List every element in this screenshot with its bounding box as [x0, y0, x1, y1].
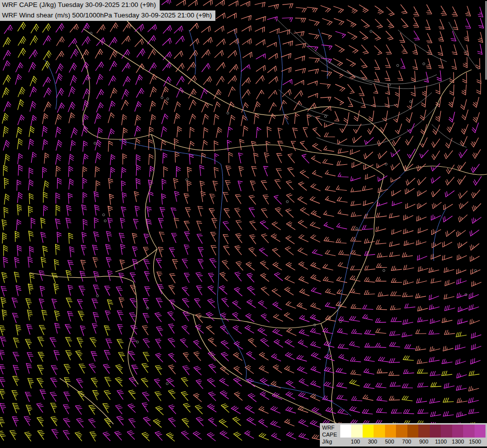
legend-swatch: [452, 425, 464, 438]
map-title-cape: WRF CAPE (J/kg) Tuesday 30-09-2025 21:00…: [0, 0, 160, 10]
legend-tick-label: 700: [398, 439, 415, 445]
weather-map-viewport: WRF CAPE (J/kg) Tuesday 30-09-2025 21:00…: [0, 0, 487, 448]
legend-swatch: [463, 425, 475, 438]
legend-variable-label: CAPE: [322, 432, 337, 438]
legend-swatch: [363, 425, 374, 438]
cape-legend: WRF CAPE J/kg 10030050070090011001300150…: [320, 423, 487, 447]
legend-swatch: [396, 425, 407, 438]
legend-colorbar: [340, 425, 486, 438]
legend-tick-label: 1300: [450, 439, 467, 445]
legend-unit-label: J/kg: [322, 439, 337, 445]
wrf-map-canvas: [0, 0, 487, 448]
legend-swatch: [340, 425, 352, 438]
legend-swatch: [418, 425, 430, 438]
legend-label-column: WRF CAPE J/kg: [321, 425, 338, 445]
legend-model-label: WRF: [322, 425, 337, 431]
legend-tick-labels: 100300500700900110013001500: [340, 438, 486, 445]
legend-swatch: [374, 425, 385, 438]
legend-colorbar-block: 100300500700900110013001500: [340, 425, 486, 445]
legend-swatch: [475, 425, 486, 438]
legend-swatch: [407, 425, 419, 438]
legend-swatch: [441, 425, 452, 438]
legend-tick-label: 900: [415, 439, 432, 445]
legend-tick-label: 1500: [467, 439, 484, 445]
legend-swatch: [385, 425, 396, 438]
legend-tick-label: 1100: [432, 439, 449, 445]
legend-swatch: [430, 425, 441, 438]
map-title-windshear: WRF Wind shear (m/s) 500/1000hPa Tuesday…: [0, 10, 215, 21]
legend-tick-label: 500: [381, 439, 398, 445]
legend-tick-label: 300: [364, 439, 381, 445]
legend-swatch: [351, 425, 363, 438]
legend-tick-label: 100: [347, 439, 364, 445]
